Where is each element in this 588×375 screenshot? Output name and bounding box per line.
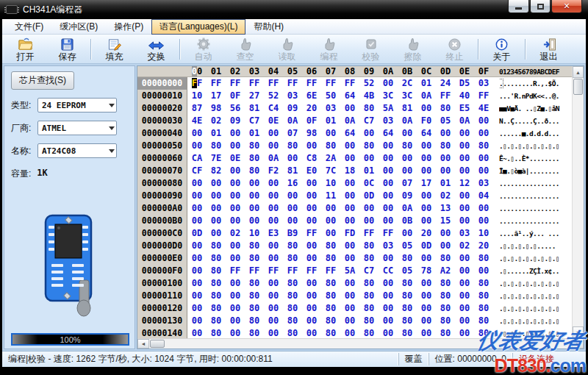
hex-byte[interactable]: 00 [321, 227, 340, 240]
hex-byte[interactable]: C7 [245, 115, 264, 127]
toolbar-button-open-folder[interactable]: 打开 [4, 35, 46, 63]
hex-byte[interactable]: 00 [187, 252, 207, 265]
hex-byte[interactable]: 0A [398, 115, 417, 127]
hex-byte[interactable]: 80 [245, 277, 264, 290]
hex-byte[interactable]: 5A [340, 265, 359, 277]
hex-byte[interactable]: 07 [398, 177, 417, 190]
hex-byte[interactable]: 00 [455, 127, 474, 140]
hex-byte[interactable]: 80 [283, 327, 302, 338]
hex-byte[interactable]: 00 [379, 140, 398, 152]
hex-byte[interactable]: 0E [264, 115, 283, 127]
hex-byte[interactable]: 0A [417, 90, 436, 102]
hex-byte[interactable]: 00 [187, 202, 207, 215]
hex-byte[interactable]: 80 [359, 302, 379, 315]
hex-byte[interactable]: 80 [436, 102, 455, 115]
hex-byte[interactable]: 00 [379, 152, 398, 165]
hex-byte[interactable]: 00 [226, 240, 245, 252]
hex-byte[interactable]: 80 [436, 327, 455, 338]
hex-byte[interactable]: 80 [245, 327, 264, 338]
hex-byte[interactable]: 01 [321, 115, 340, 127]
hex-byte[interactable]: 80 [207, 240, 226, 252]
hex-byte[interactable]: 40 [455, 90, 474, 102]
hex-byte[interactable]: 00 [340, 327, 359, 338]
hex-byte[interactable]: 01 [207, 127, 226, 140]
hex-byte[interactable]: 03 [455, 227, 474, 240]
hex-byte[interactable]: 00 [359, 152, 379, 165]
hex-byte[interactable]: 00 [474, 215, 493, 227]
hex-byte[interactable]: 56 [226, 102, 245, 115]
scroll-left-icon[interactable]: ◄ [137, 339, 149, 349]
hex-byte[interactable]: 10 [187, 90, 207, 102]
hex-byte[interactable]: 00 [283, 152, 302, 165]
hex-byte[interactable]: 80 [245, 165, 264, 177]
hex-byte[interactable]: 80 [283, 277, 302, 290]
hex-byte[interactable]: 00 [245, 202, 264, 215]
hex-byte[interactable]: FF [474, 90, 493, 102]
hex-byte[interactable]: 80 [321, 315, 340, 327]
hex-byte[interactable]: 80 [207, 315, 226, 327]
hex-byte[interactable]: 00 [302, 290, 321, 302]
scroll-right-icon[interactable]: ► [572, 339, 584, 349]
hex-byte[interactable]: 00 [398, 165, 417, 177]
hex-byte[interactable]: 00 [417, 152, 436, 165]
hex-byte[interactable]: 4B [359, 90, 379, 102]
hex-byte[interactable]: 00 [187, 127, 207, 140]
hex-byte[interactable]: 80 [245, 240, 264, 252]
hex-byte[interactable]: 00 [455, 140, 474, 152]
hex-byte[interactable]: 80 [321, 252, 340, 265]
hex-byte[interactable]: 00 [455, 190, 474, 202]
hex-byte[interactable]: 00 [302, 140, 321, 152]
hex-byte[interactable]: 80 [436, 277, 455, 290]
hex-byte[interactable]: 80 [207, 290, 226, 302]
hex-byte[interactable]: 00 [187, 290, 207, 302]
hex-byte[interactable]: 00 [417, 190, 436, 202]
hex-byte[interactable]: FF [264, 265, 283, 277]
hex-byte[interactable]: 04 [474, 190, 493, 202]
hex-byte[interactable]: 00 [340, 202, 359, 215]
hex-byte[interactable]: 00 [226, 177, 245, 190]
hex-byte[interactable]: 00 [226, 165, 245, 177]
hex-byte[interactable]: 80 [398, 327, 417, 338]
hex-byte[interactable]: C7 [359, 115, 379, 127]
hex-byte[interactable]: 80 [207, 140, 226, 152]
hex-byte[interactable]: 00 [187, 215, 207, 227]
hex-byte[interactable]: 00 [417, 277, 436, 290]
menu-item-1[interactable]: 文件(F) [7, 19, 51, 35]
hex-byte[interactable]: 80 [283, 252, 302, 265]
hex-byte[interactable]: 00 [340, 152, 359, 165]
hex-byte[interactable]: 00 [417, 215, 436, 227]
hex-byte[interactable]: 2A [321, 152, 340, 165]
hex-byte[interactable]: 80 [245, 290, 264, 302]
hex-byte[interactable]: 80 [436, 140, 455, 152]
hex-byte[interactable]: 10 [245, 227, 264, 240]
hex-byte[interactable]: 00 [379, 190, 398, 202]
hex-byte[interactable]: 00 [264, 290, 283, 302]
hex-byte[interactable]: 80 [398, 302, 417, 315]
hex-byte[interactable]: 3C [379, 90, 398, 102]
hex-byte[interactable]: 00 [245, 215, 264, 227]
hex-byte[interactable]: 00 [474, 202, 493, 215]
hex-byte[interactable]: 00 [417, 302, 436, 315]
hex-byte[interactable]: FF [302, 227, 321, 240]
hex-byte[interactable]: 00 [340, 102, 359, 115]
hex-byte[interactable]: 24 [436, 77, 455, 90]
hex-byte[interactable]: 10 [321, 177, 340, 190]
hex-byte[interactable]: 00 [226, 202, 245, 215]
hex-byte[interactable]: 98 [207, 102, 226, 115]
hex-byte[interactable]: 00 [264, 177, 283, 190]
hex-byte[interactable]: 00 [245, 177, 264, 190]
toolbar-button-fill[interactable]: 填充 [93, 35, 135, 63]
hex-byte[interactable]: 5A [379, 102, 398, 115]
menu-item-5[interactable]: 帮助(H) [245, 19, 292, 35]
hex-byte[interactable]: 00 [302, 190, 321, 202]
hex-byte[interactable]: 20 [417, 227, 436, 240]
hex-byte[interactable]: 00 [455, 202, 474, 215]
hex-byte[interactable]: 00 [379, 165, 398, 177]
hex-byte[interactable]: 00 [264, 252, 283, 265]
hex-byte[interactable]: 00 [321, 127, 340, 140]
hex-byte[interactable]: 00 [340, 140, 359, 152]
hex-byte[interactable]: 00 [379, 302, 398, 315]
hex-byte[interactable]: 64 [379, 127, 398, 140]
hex-byte[interactable]: FF [321, 77, 340, 90]
hex-byte[interactable]: 80 [398, 252, 417, 265]
